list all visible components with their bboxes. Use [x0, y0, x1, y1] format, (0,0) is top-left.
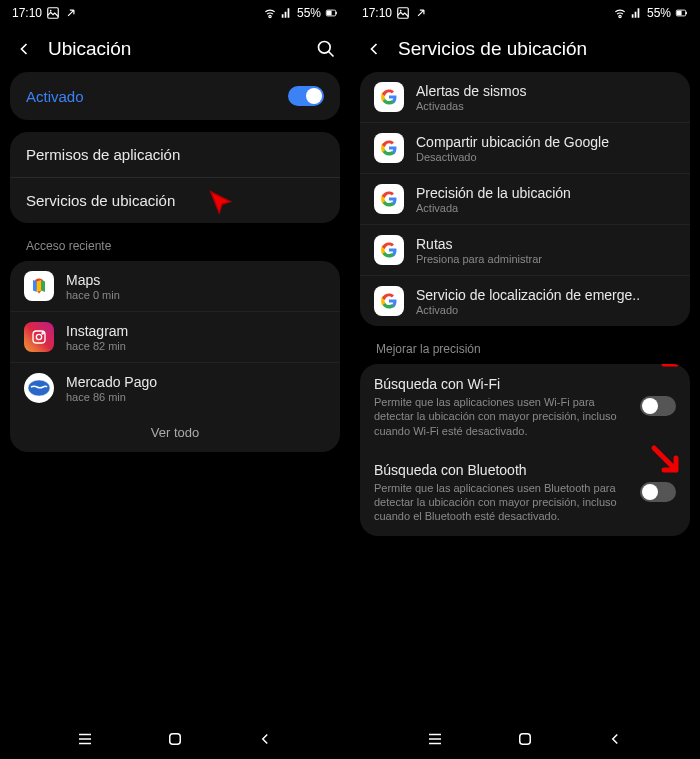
svg-rect-17	[686, 12, 687, 14]
app-name: Maps	[66, 272, 326, 288]
list-item[interactable]: Mercado Pago hace 86 min	[10, 362, 340, 413]
google-icon	[374, 184, 404, 214]
app-time: hace 0 min	[66, 289, 326, 301]
list-item[interactable]: Alertas de sismos Activadas	[360, 72, 690, 122]
google-icon	[374, 286, 404, 316]
service-status: Presiona para administrar	[416, 253, 676, 265]
service-name: Precisión de la ubicación	[416, 185, 676, 201]
activated-card: Activado	[10, 72, 340, 120]
wifi-toggle[interactable]	[640, 396, 676, 416]
bt-desc: Permite que las aplicaciones usen Blueto…	[374, 481, 630, 524]
bluetooth-scan-row[interactable]: Búsqueda con Bluetooth Permite que las a…	[360, 450, 690, 536]
back-icon[interactable]	[364, 39, 384, 59]
nav-bar	[350, 719, 700, 759]
status-bar: 17:10 55%	[0, 0, 350, 26]
activated-label: Activado	[26, 88, 84, 105]
google-icon	[374, 235, 404, 265]
service-status: Activado	[416, 304, 676, 316]
permissions-label: Permisos de aplicación	[26, 146, 180, 163]
battery-percent: 55%	[647, 6, 671, 20]
svg-rect-4	[336, 12, 337, 14]
back-nav-icon[interactable]	[606, 730, 624, 748]
svg-rect-3	[327, 11, 332, 16]
maps-app-icon	[24, 271, 54, 301]
service-name: Alertas de sismos	[416, 83, 676, 99]
home-nav-icon[interactable]	[516, 730, 534, 748]
app-time: hace 86 min	[66, 391, 326, 403]
instagram-app-icon	[24, 322, 54, 352]
service-status: Activadas	[416, 100, 676, 112]
svg-rect-12	[170, 734, 181, 745]
right-screen: 17:10 55% Servicios de ubicación Alertas…	[350, 0, 700, 759]
list-item[interactable]: Maps hace 0 min	[10, 261, 340, 311]
app-name: Mercado Pago	[66, 374, 326, 390]
home-nav-icon[interactable]	[166, 730, 184, 748]
signal-icon	[280, 6, 294, 20]
cursor-arrow-annotation	[205, 186, 239, 220]
battery-icon	[324, 6, 338, 20]
nav-bar	[0, 719, 350, 759]
mercado-app-icon	[24, 373, 54, 403]
precision-card: Búsqueda con Wi-Fi Permite que las aplic…	[360, 364, 690, 536]
see-all-button[interactable]: Ver todo	[10, 413, 340, 452]
recents-nav-icon[interactable]	[426, 730, 444, 748]
svg-point-8	[36, 334, 41, 339]
svg-rect-16	[677, 11, 682, 16]
app-permissions-row[interactable]: Permisos de aplicación	[10, 132, 340, 177]
status-time: 17:10	[12, 6, 42, 20]
header: Ubicación	[0, 26, 350, 72]
service-name: Compartir ubicación de Google	[416, 134, 676, 150]
bt-title: Búsqueda con Bluetooth	[374, 462, 630, 478]
wifi-desc: Permite que las aplicaciones usen Wi-Fi …	[374, 395, 630, 438]
back-nav-icon[interactable]	[256, 730, 274, 748]
image-icon	[46, 6, 60, 20]
arrow-icon	[64, 6, 78, 20]
svg-rect-18	[520, 734, 531, 745]
status-time: 17:10	[362, 6, 392, 20]
improve-precision-label: Mejorar la precisión	[360, 338, 690, 364]
wifi-icon	[613, 6, 627, 20]
list-item[interactable]: Servicio de localización de emerge.. Act…	[360, 275, 690, 326]
services-card: Alertas de sismos Activadas Compartir ub…	[360, 72, 690, 326]
svg-point-1	[50, 10, 52, 12]
wifi-icon	[263, 6, 277, 20]
service-name: Rutas	[416, 236, 676, 252]
svg-point-9	[42, 333, 43, 334]
list-item[interactable]: Instagram hace 82 min	[10, 311, 340, 362]
left-screen: 17:10 55% Ubicación Activado Permisos de…	[0, 0, 350, 759]
svg-point-14	[400, 10, 402, 12]
list-item[interactable]: Rutas Presiona para administrar	[360, 224, 690, 275]
page-title: Ubicación	[48, 38, 302, 60]
service-status: Desactivado	[416, 151, 676, 163]
service-status: Activada	[416, 202, 676, 214]
google-icon	[374, 133, 404, 163]
location-toggle[interactable]	[288, 86, 324, 106]
list-item[interactable]: Precisión de la ubicación Activada	[360, 173, 690, 224]
search-icon[interactable]	[316, 39, 336, 59]
bluetooth-toggle[interactable]	[640, 482, 676, 502]
svg-point-5	[319, 42, 331, 54]
status-bar: 17:10 55%	[350, 0, 700, 26]
back-icon[interactable]	[14, 39, 34, 59]
header: Servicios de ubicación	[350, 26, 700, 72]
google-icon	[374, 82, 404, 112]
recent-access-label: Acceso reciente	[10, 235, 340, 261]
wifi-scan-row[interactable]: Búsqueda con Wi-Fi Permite que las aplic…	[360, 364, 690, 450]
image-icon	[396, 6, 410, 20]
recents-nav-icon[interactable]	[76, 730, 94, 748]
page-title: Servicios de ubicación	[398, 38, 686, 60]
location-services-row[interactable]: Servicios de ubicación	[10, 177, 340, 223]
arrow-icon	[414, 6, 428, 20]
battery-icon	[674, 6, 688, 20]
service-name: Servicio de localización de emerge..	[416, 287, 676, 303]
services-label: Servicios de ubicación	[26, 192, 175, 209]
list-item[interactable]: Compartir ubicación de Google Desactivad…	[360, 122, 690, 173]
recent-apps-card: Maps hace 0 min Instagram hace 82 min	[10, 261, 340, 452]
wifi-title: Búsqueda con Wi-Fi	[374, 376, 630, 392]
app-name: Instagram	[66, 323, 326, 339]
options-card: Permisos de aplicación Servicios de ubic…	[10, 132, 340, 223]
signal-icon	[630, 6, 644, 20]
battery-percent: 55%	[297, 6, 321, 20]
app-time: hace 82 min	[66, 340, 326, 352]
